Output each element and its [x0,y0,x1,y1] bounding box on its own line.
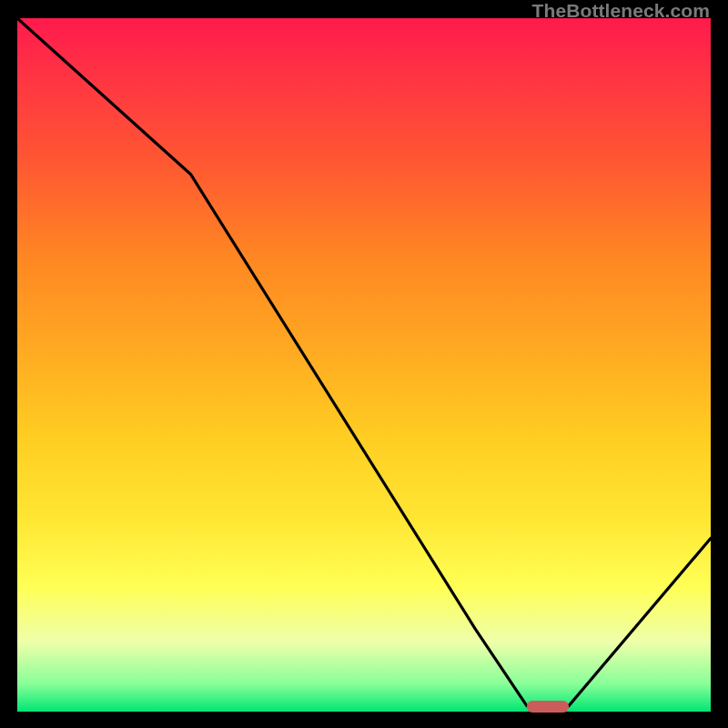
curve-layer [17,18,711,712]
bottleneck-curve [17,18,711,706]
optimal-range-marker [527,701,569,713]
plot-area [17,18,711,712]
chart-container: TheBottleneck.com [0,0,728,728]
